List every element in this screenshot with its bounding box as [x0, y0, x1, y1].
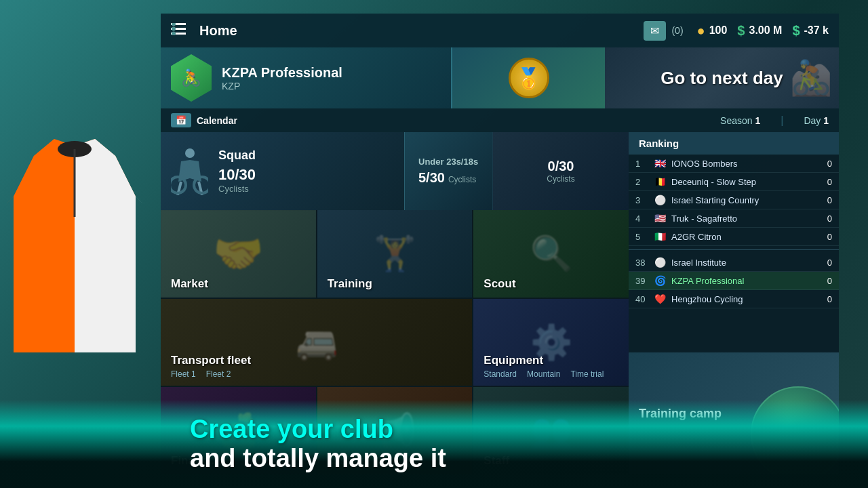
equipment-label: Equipment: [484, 354, 618, 367]
rank-score-1: 0: [827, 159, 832, 169]
rank-item: 4 🇺🇸 Truk - Sagafretto 0: [629, 209, 839, 228]
squad-main-card[interactable]: Squad 10/30 Cyclists: [161, 132, 405, 210]
rank-divider: [629, 249, 839, 250]
jersey-decoration: [7, 136, 156, 420]
club-abbr: KZP: [222, 81, 342, 92]
time-trial-label: Time trial: [570, 369, 604, 379]
squad-count: 10/30: [218, 166, 256, 184]
reserve-section[interactable]: 0/30 Cyclists: [493, 132, 629, 210]
reserve-label: Cyclists: [547, 174, 574, 184]
header-bar: Home ✉ (0) ● 100 $ 3.00 M $ -37 k: [161, 14, 839, 47]
club-details: KZPA Professional KZP: [222, 65, 342, 92]
rank-item: 3 ⚪ Israel Starting Country 0: [629, 191, 839, 209]
standard-label: Standard: [484, 369, 517, 379]
svg-point-8: [185, 148, 195, 158]
reserve-count: 0/30: [548, 159, 574, 174]
fleet2-label: Fleet 2: [206, 369, 231, 379]
market-menu-item[interactable]: 🤝 Market: [161, 210, 316, 298]
under23-count: 5/30: [418, 170, 445, 186]
club-info[interactable]: 🚴 KZPA Professional KZP: [161, 47, 452, 108]
scout-menu-item[interactable]: 🔍 Scout: [473, 210, 629, 298]
squad-section: Squad 10/30 Cyclists Under 23s/18s 5/30 …: [161, 132, 629, 210]
rank-item: 38 ⚪ Israel Institute 0: [629, 253, 839, 272]
currency-group: ● 100 $ 3.00 M $ -37 k: [697, 23, 829, 39]
balance-currency: $ -37 k: [792, 23, 829, 39]
go-next-day-button[interactable]: Go to next day 🚵: [605, 47, 839, 108]
rank-item-player: 39 🌀 KZPA Professional 0: [629, 272, 839, 290]
money-currency: $ 3.00 M: [737, 23, 782, 39]
bottom-banner: Create your club and totally manage it: [0, 400, 868, 488]
calendar-row: 📅 Calendar Season 1 | Day 1: [161, 108, 839, 132]
training-menu-item[interactable]: 🏋️ Training: [317, 210, 473, 298]
coin-currency: ● 100: [697, 23, 728, 39]
fleet1-label: Fleet 1: [171, 369, 196, 379]
mountain-label: Mountain: [527, 369, 560, 379]
rank-flag-1: 🇬🇧: [654, 158, 666, 169]
club-logo: 🚴: [171, 54, 212, 102]
market-label: Market: [171, 277, 306, 291]
transport-label: Transport fleet: [171, 354, 462, 367]
banner-line2: and totally manage it: [190, 444, 868, 473]
squad-title: Squad: [218, 148, 256, 163]
club-row: 🚴 KZPA Professional KZP 🥇 Go to next day…: [161, 47, 839, 108]
coin-value: 100: [709, 24, 728, 37]
rank-num-1: 1: [635, 159, 649, 169]
under23-label: Under 23s/18s: [418, 157, 479, 167]
rank-name-1: IONOS Bombers: [671, 159, 822, 169]
banner-line1: Create your club: [190, 415, 868, 444]
transport-sub-row: Fleet 1 Fleet 2: [171, 369, 462, 379]
page-title: Home: [199, 23, 630, 39]
under23-sub-label: Cyclists: [448, 175, 476, 184]
calendar-label: Calendar: [197, 115, 237, 126]
ranking-title: Ranking: [639, 138, 679, 149]
scout-label: Scout: [484, 277, 618, 291]
medal-icon: 🥇: [509, 58, 549, 98]
transport-menu-item[interactable]: 🚐 Transport fleet Fleet 1 Fleet 2: [161, 299, 472, 386]
training-label: Training: [328, 277, 462, 291]
squad-info: Squad 10/30 Cyclists: [218, 148, 256, 194]
jersey-image: [7, 136, 142, 393]
bike-icon: 🚵: [790, 58, 832, 98]
rank-item: 1 🇬🇧 IONOS Bombers 0: [629, 155, 839, 173]
calendar-section[interactable]: 📅 Calendar: [171, 113, 237, 127]
mail-area[interactable]: ✉ (0): [644, 21, 683, 41]
equipment-sub-row: Standard Mountain Time trial: [484, 369, 618, 379]
rank-item: 2 🇧🇪 Deceuniq - Slow Step 0: [629, 173, 839, 191]
rank-item: 40 ❤️ Hengzhou Cycling 0: [629, 290, 839, 308]
equipment-menu-item[interactable]: ⚙️ Equipment Standard Mountain Time tria…: [473, 299, 629, 386]
go-next-day-label: Go to next day: [660, 68, 783, 89]
mail-count: (0): [671, 25, 683, 36]
svg-point-7: [172, 31, 176, 35]
season-info: Season 1: [720, 115, 760, 126]
balance-icon: $: [792, 23, 800, 39]
dollar-icon: $: [737, 23, 745, 39]
money-value: 3.00 M: [749, 24, 782, 37]
under23-section[interactable]: Under 23s/18s 5/30 Cyclists: [405, 132, 493, 210]
medal-box: 🥇: [452, 47, 605, 108]
calendar-icon: 📅: [171, 113, 191, 127]
squad-label: Cyclists: [218, 184, 256, 194]
coin-icon: ●: [697, 23, 705, 39]
ranking-header: Ranking: [629, 132, 839, 155]
svg-point-6: [172, 26, 176, 30]
ranking-list: 1 🇬🇧 IONOS Bombers 0 2 🇧🇪 Deceuniq - Slo…: [629, 155, 839, 352]
rank-item: 5 🇮🇹 A2GR Citron 0: [629, 228, 839, 246]
club-name: KZPA Professional: [222, 65, 342, 81]
balance-value: -37 k: [804, 24, 829, 37]
day-info: Day 1: [804, 115, 829, 126]
svg-point-5: [172, 23, 176, 26]
mail-icon[interactable]: ✉: [644, 21, 666, 41]
menu-icon[interactable]: [171, 23, 186, 39]
